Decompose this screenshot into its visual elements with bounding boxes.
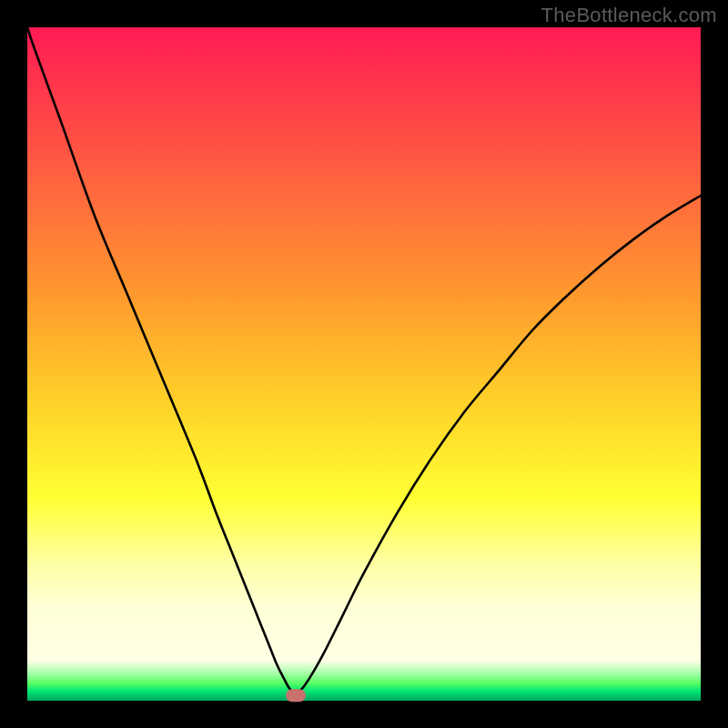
bottleneck-curve (27, 27, 701, 701)
optimal-marker (286, 689, 306, 702)
watermark-text: TheBottleneck.com (541, 4, 717, 27)
plot-area (27, 27, 701, 701)
chart-frame: TheBottleneck.com (0, 0, 728, 728)
